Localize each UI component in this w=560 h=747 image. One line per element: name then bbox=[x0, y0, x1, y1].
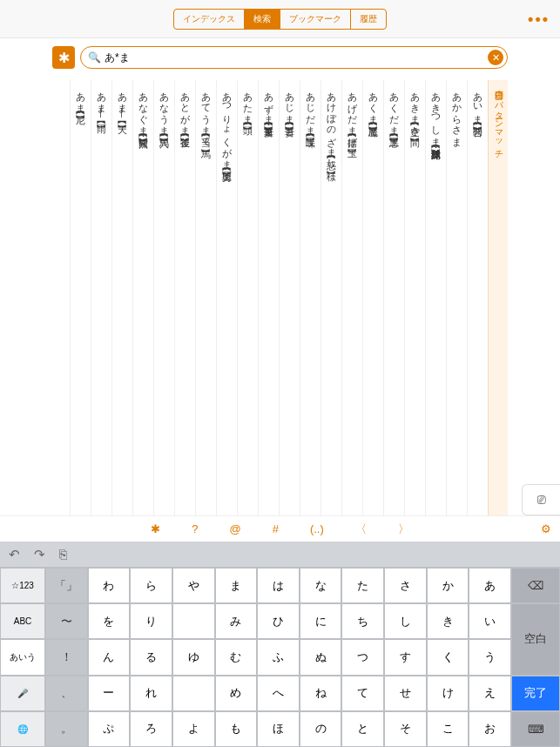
kana-key[interactable]: け bbox=[427, 676, 469, 711]
result-item[interactable]: あてうま【当て馬】 bbox=[195, 80, 216, 515]
kana-key[interactable]: ほ bbox=[257, 711, 300, 747]
kana-key[interactable]: お bbox=[469, 711, 511, 747]
kana-key[interactable] bbox=[172, 603, 215, 639]
tab-index[interactable]: インデックス bbox=[174, 10, 245, 29]
kana-key[interactable]: む bbox=[215, 639, 258, 675]
kana-key[interactable]: う bbox=[469, 639, 511, 675]
search-input[interactable] bbox=[105, 51, 488, 64]
globe-key[interactable]: 🌐 bbox=[0, 711, 45, 747]
kana-key[interactable]: る bbox=[130, 639, 172, 675]
kana-key[interactable]: を bbox=[88, 603, 131, 639]
kana-key[interactable]: へ bbox=[257, 676, 300, 711]
kana-key[interactable]: た bbox=[341, 568, 384, 603]
symbol-hash[interactable]: # bbox=[273, 522, 279, 535]
kana-key[interactable]: え bbox=[469, 676, 511, 711]
gear-icon[interactable]: ⚙ bbox=[541, 522, 551, 535]
result-item[interactable]: あつりょくがま【圧力釜】 bbox=[216, 80, 237, 515]
kana-key[interactable]: れ bbox=[130, 676, 172, 711]
symbol-group[interactable]: (..) bbox=[310, 522, 324, 535]
kana-key[interactable]: わ bbox=[88, 568, 131, 603]
small-kana-key[interactable]: ぷ bbox=[88, 711, 131, 747]
kana-key[interactable]: ろ bbox=[130, 711, 172, 747]
result-item[interactable]: あま【尼】 bbox=[70, 80, 91, 515]
kana-key[interactable]: ら bbox=[130, 568, 172, 603]
kana-key[interactable]: り bbox=[130, 603, 172, 639]
kana-key[interactable]: ん bbox=[88, 639, 131, 675]
result-item[interactable]: あま―【雨】 bbox=[91, 80, 111, 515]
kana-key[interactable]: や bbox=[172, 568, 215, 603]
kana-key[interactable]: は bbox=[257, 568, 300, 603]
dismiss-keyboard-key[interactable]: ⌨ bbox=[511, 711, 560, 747]
mode-kana-key[interactable]: あいう bbox=[0, 639, 45, 675]
kana-key[interactable]: ね bbox=[300, 676, 342, 711]
result-item[interactable]: あなうま【穴馬】 bbox=[153, 80, 174, 515]
result-item[interactable]: あからさま bbox=[446, 80, 467, 515]
keyboard-toggle-button[interactable]: ⎚ bbox=[522, 484, 560, 515]
kana-key[interactable]: に bbox=[300, 603, 342, 639]
clear-search-button[interactable]: ✕ bbox=[488, 50, 503, 65]
kana-key[interactable]: す bbox=[384, 639, 427, 675]
result-item[interactable]: あずま【東・吾妻】 bbox=[258, 80, 279, 515]
kana-key[interactable]: め bbox=[215, 676, 258, 711]
result-item[interactable]: あいま【合間】 bbox=[467, 80, 488, 515]
delete-key[interactable]: ⌫ bbox=[511, 568, 560, 603]
kana-key[interactable]: ふ bbox=[257, 639, 300, 675]
kana-key[interactable]: も bbox=[215, 711, 258, 747]
symbol-next[interactable]: 〉 bbox=[398, 522, 409, 537]
kana-key[interactable]: か bbox=[427, 568, 469, 603]
kana-key[interactable] bbox=[172, 676, 215, 711]
mode-abc-key[interactable]: ABC bbox=[0, 603, 45, 639]
more-button[interactable]: ••• bbox=[528, 0, 550, 38]
symbol-prev[interactable]: 〈 bbox=[355, 522, 367, 537]
symbol-question[interactable]: ? bbox=[192, 522, 198, 535]
kana-key[interactable]: と bbox=[341, 711, 384, 747]
kana-key[interactable]: つ bbox=[341, 639, 384, 675]
kana-key[interactable]: せ bbox=[384, 676, 427, 711]
result-item[interactable]: あきつしま【秋津島・秋津洲】 bbox=[425, 80, 446, 515]
punct-key[interactable]: 、 bbox=[45, 676, 88, 711]
kana-key[interactable]: い bbox=[469, 603, 511, 639]
kana-key[interactable]: ひ bbox=[257, 603, 300, 639]
tab-history[interactable]: 履歴 bbox=[351, 10, 386, 29]
kana-key[interactable]: そ bbox=[384, 711, 427, 747]
mic-key[interactable]: 🎤 bbox=[0, 676, 45, 711]
result-item[interactable]: あじま【吾妻】 bbox=[279, 80, 300, 515]
kana-key[interactable]: ぬ bbox=[300, 639, 342, 675]
result-item[interactable]: あま―【天】 bbox=[111, 80, 132, 515]
symbol-asterisk[interactable]: ✱ bbox=[151, 522, 160, 535]
tab-search[interactable]: 検索 bbox=[245, 10, 280, 29]
search-box[interactable]: 🔍 ✕ bbox=[80, 46, 508, 69]
result-item[interactable]: あけぼのざま【惑し様】 bbox=[320, 80, 341, 515]
space-key[interactable]: 空白 bbox=[511, 603, 560, 675]
kana-key[interactable]: の bbox=[300, 711, 342, 747]
kana-key[interactable]: き bbox=[427, 603, 469, 639]
tab-bookmark[interactable]: ブックマーク bbox=[280, 10, 351, 29]
result-item[interactable]: あなぐま【穴熊・貛】 bbox=[132, 80, 153, 515]
redo-icon[interactable]: ↷ bbox=[34, 547, 45, 562]
kana-key[interactable]: く bbox=[427, 639, 469, 675]
kana-key[interactable]: し bbox=[384, 603, 427, 639]
punct-key[interactable]: 「」 bbox=[45, 568, 88, 603]
pattern-mode-button[interactable]: ✱ bbox=[52, 46, 75, 69]
result-item[interactable]: あじだま【味玉】 bbox=[300, 80, 320, 515]
mode-num-key[interactable]: ☆123 bbox=[0, 568, 45, 603]
result-item[interactable]: あきま【空き間】 bbox=[404, 80, 425, 515]
kana-key[interactable]: ち bbox=[341, 603, 384, 639]
undo-icon[interactable]: ↶ bbox=[9, 547, 20, 562]
result-item[interactable]: あくま【悪魔】 bbox=[362, 80, 383, 515]
result-item[interactable]: あたま【頭】 bbox=[237, 80, 258, 515]
symbol-at[interactable]: @ bbox=[229, 522, 240, 535]
kana-key[interactable]: さ bbox=[384, 568, 427, 603]
punct-key[interactable]: ！ bbox=[45, 639, 88, 675]
kana-key[interactable]: ゆ bbox=[172, 639, 215, 675]
punct-key[interactable]: 〜 bbox=[45, 603, 88, 639]
kana-key[interactable]: ー bbox=[88, 676, 131, 711]
punct-key[interactable]: 。 bbox=[45, 711, 88, 747]
result-item[interactable]: あげだま【揚げ玉】 bbox=[341, 80, 362, 515]
kana-key[interactable]: あ bbox=[469, 568, 511, 603]
results-list[interactable]: 三〇項目のパターンマッチ あいま【合間】 あからさま あきつしま【秋津島・秋津洲… bbox=[0, 77, 560, 515]
result-item[interactable]: あくだま【悪玉】 bbox=[383, 80, 404, 515]
kana-key[interactable]: よ bbox=[172, 711, 215, 747]
kana-key[interactable]: ま bbox=[215, 568, 258, 603]
result-item[interactable]: あとがま【後釜】 bbox=[174, 80, 195, 515]
